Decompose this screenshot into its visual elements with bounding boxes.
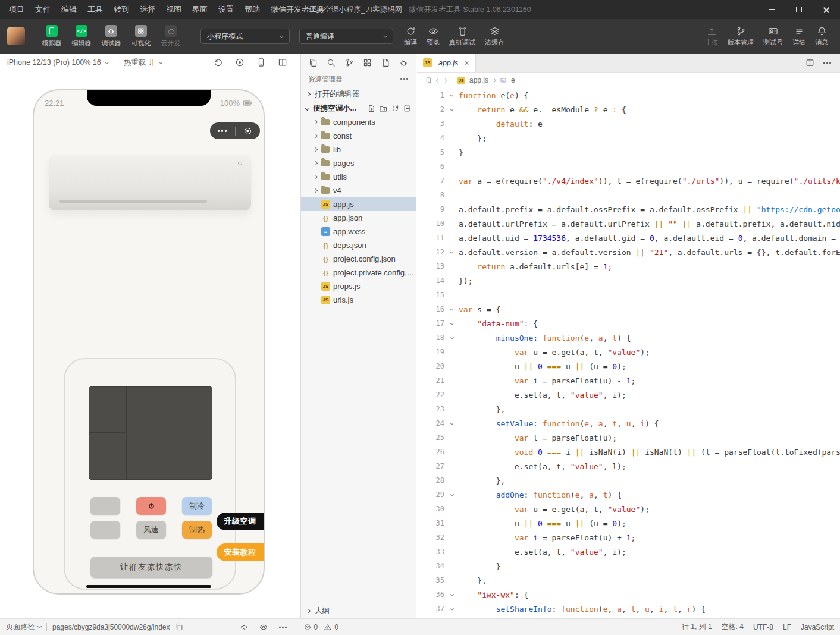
tree-file-deps.json[interactable]: {}deps.json <box>301 238 416 252</box>
tree-folder-utils[interactable]: utils <box>301 170 416 184</box>
code-line[interactable]: 9a.default.prefix = a.default.ossPrefix … <box>417 202 840 216</box>
eye-icon[interactable] <box>259 623 268 631</box>
copy-icon[interactable] <box>175 623 183 631</box>
menu-item[interactable]: 转到 <box>108 4 134 15</box>
device-selector[interactable]: iPhone 12/13 (Pro) 100% 16 <box>7 58 108 67</box>
record-icon[interactable] <box>235 58 245 67</box>
upload-button[interactable]: 上传 <box>705 26 718 47</box>
code-line[interactable]: 27 e.set(a, t, "value", l); <box>417 459 840 473</box>
tree-file-project.config.json[interactable]: {}project.config.json <box>301 252 416 266</box>
tree-folder-const[interactable]: const <box>301 129 416 143</box>
code-line[interactable]: 25 var l = parseFloat(u); <box>417 430 840 445</box>
clear-cache-button[interactable]: 清缓存 <box>485 26 504 47</box>
remote-button-blank-1[interactable] <box>90 497 120 515</box>
compile-mode-select[interactable]: 普通编译 <box>299 29 393 44</box>
editor-toggle-button[interactable]: </> 编辑器 <box>67 25 96 48</box>
tab-appjs[interactable]: JS app.js × <box>417 54 476 72</box>
extensions-icon[interactable] <box>363 58 372 67</box>
back-arrow-icon[interactable] <box>436 78 440 82</box>
fold-chevron-icon[interactable] <box>444 608 459 610</box>
messages-button[interactable]: 消息 <box>815 26 828 47</box>
cool-button[interactable]: 制冷 <box>182 497 212 515</box>
breadcrumb-symbol[interactable]: e <box>511 76 515 84</box>
remote-debug-button[interactable]: 真机调试 <box>449 26 475 47</box>
split-editor-icon[interactable] <box>805 58 814 67</box>
breadcrumb-file[interactable]: app.js <box>469 76 488 84</box>
indent-setting[interactable]: 空格: 4 <box>722 622 744 632</box>
hot-reload-toggle[interactable]: 热重载 开 <box>124 58 162 68</box>
cool-friends-button[interactable]: 让群友凉快凉快 <box>90 557 212 578</box>
git-branch-icon[interactable] <box>345 58 354 67</box>
maximize-button[interactable] <box>785 0 813 19</box>
code-line[interactable]: 6 <box>417 159 840 174</box>
device-frame-icon[interactable] <box>256 58 266 67</box>
menu-item[interactable]: 编辑 <box>56 4 82 15</box>
code-line[interactable]: 7var a = e(require("./v4/index")), t = e… <box>417 174 840 188</box>
fan-speed-button[interactable]: 风速 <box>136 521 166 539</box>
tree-folder-v4[interactable]: v4 <box>301 184 416 197</box>
install-tutorial-badge[interactable]: 安装教程 <box>217 543 264 561</box>
code-line[interactable]: 20 u || 0 === u || (u = 0); <box>417 359 840 373</box>
debug-icon[interactable] <box>399 58 408 67</box>
code-line[interactable]: 24 setValue: function(e, a, t, u, i) { <box>417 416 840 430</box>
menu-item[interactable]: 界面 <box>187 4 213 15</box>
fold-chevron-icon[interactable] <box>444 494 459 496</box>
fold-chevron-icon[interactable] <box>444 109 459 111</box>
tree-file-urls.js[interactable]: JSurls.js <box>301 293 416 307</box>
tree-file-project.private.config.js...[interactable]: {}project.private.config.js... <box>301 266 416 279</box>
details-button[interactable]: 详情 <box>792 26 805 47</box>
code-line[interactable]: 33 e.set(a, t, "value", i); <box>417 545 840 559</box>
code-line[interactable]: 1function e(e) { <box>417 88 840 102</box>
code-line[interactable]: 16var s = { <box>417 302 840 316</box>
upgrade-ac-badge[interactable]: 升级空调 <box>217 513 264 530</box>
code-line[interactable]: 34 } <box>417 559 840 573</box>
code-line[interactable]: 4 }; <box>417 131 840 145</box>
tree-file-app.json[interactable]: {}app.json <box>301 211 416 225</box>
more-icon[interactable] <box>823 59 832 67</box>
more-icon[interactable] <box>278 623 287 631</box>
code-line[interactable]: 2 return e && e.__esModule ? e : { <box>417 102 840 117</box>
code-line[interactable]: 29 addOne: function(e, a, t) { <box>417 488 840 502</box>
refresh-icon[interactable] <box>391 105 399 112</box>
code-line[interactable]: 30 var u = e.get(a, t, "value"); <box>417 502 840 516</box>
capsule-close-button[interactable] <box>236 128 261 134</box>
code-line[interactable]: 18 minusOne: function(e, a, t) { <box>417 331 840 345</box>
version-manage-button[interactable]: 版本管理 <box>728 26 754 47</box>
cloud-dev-button[interactable]: 云开发 <box>156 25 186 48</box>
code-line[interactable]: 17 "data-num": { <box>417 316 840 331</box>
debugger-toggle-button[interactable]: 调试器 <box>96 25 126 48</box>
fold-chevron-icon[interactable] <box>444 594 459 596</box>
eol[interactable]: LF <box>783 623 791 631</box>
page-path-selector[interactable]: 页面路径 <box>6 622 41 632</box>
mode-select[interactable]: 小程序模式 <box>200 29 290 44</box>
power-button[interactable] <box>136 497 166 515</box>
encoding[interactable]: UTF-8 <box>753 623 773 631</box>
open-editors-section[interactable]: 打开的编辑器 <box>301 87 416 101</box>
menu-item[interactable]: 设置 <box>213 4 239 15</box>
fold-chevron-icon[interactable] <box>444 309 459 310</box>
menu-item[interactable]: 项目 <box>4 4 30 15</box>
more-icon[interactable] <box>400 75 409 83</box>
preview-button[interactable]: 预览 <box>427 26 440 47</box>
tree-file-app.wxss[interactable]: ≡app.wxss <box>301 225 416 238</box>
outline-section[interactable]: 大纲 <box>301 603 416 618</box>
code-line[interactable]: 19 var u = e.get(a, t, "value"); <box>417 345 840 359</box>
menu-item[interactable]: 视图 <box>161 4 187 15</box>
menu-item[interactable]: 工具 <box>82 4 108 15</box>
cursor-position[interactable]: 行 1, 列 1 <box>682 622 712 632</box>
announcement-icon[interactable] <box>240 623 249 631</box>
code-line[interactable]: 26 void 0 === i || isNaN(i) || isNaN(l) … <box>417 445 840 459</box>
layout-icon[interactable] <box>278 58 287 67</box>
menu-item[interactable]: 选择 <box>134 4 161 15</box>
tree-file-props.js[interactable]: JSprops.js <box>301 279 416 293</box>
tree-folder-lib[interactable]: lib <box>301 143 416 156</box>
visualizer-toggle-button[interactable]: 可视化 <box>126 25 156 48</box>
heat-button[interactable]: 制热 <box>182 521 212 539</box>
code-line[interactable]: 8 <box>417 188 840 202</box>
fold-chevron-icon[interactable] <box>444 337 459 339</box>
fold-chevron-icon[interactable] <box>444 423 459 425</box>
language-mode[interactable]: JavaScript <box>801 623 834 631</box>
code-line[interactable]: 28 }, <box>417 473 840 488</box>
menu-item[interactable]: 文件 <box>30 4 56 15</box>
new-file-icon[interactable] <box>368 105 375 112</box>
